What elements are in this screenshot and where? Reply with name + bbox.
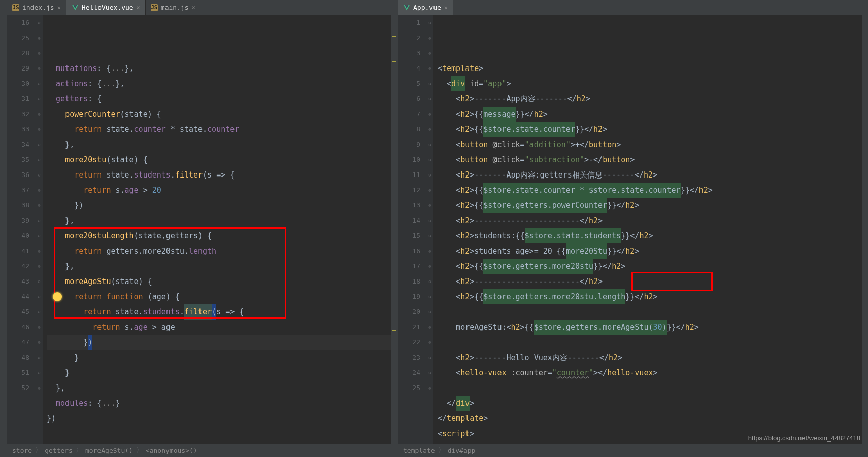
code-line[interactable]: },	[47, 213, 397, 228]
breadcrumb-item[interactable]: moreAgeStu()	[85, 447, 133, 454]
code-line[interactable]: </template>	[438, 411, 868, 426]
fold-handle[interactable]: ⊖	[36, 46, 43, 61]
fold-handle[interactable]: ⊖	[426, 259, 433, 274]
fold-handle[interactable]: ⊖	[36, 304, 43, 320]
left-breadcrumbs[interactable]: store〉getters〉moreAgeStu()〉<anonymous>()	[7, 444, 397, 457]
fold-handle[interactable]: ⊖	[426, 289, 433, 304]
close-icon[interactable]: ×	[444, 4, 448, 11]
fold-handle[interactable]: ⊖	[36, 91, 43, 107]
code-line[interactable]	[438, 335, 868, 350]
code-line[interactable]: <h2>-----------------------</h2>	[438, 213, 868, 228]
fold-handle[interactable]: ⊖	[426, 91, 433, 107]
code-line[interactable]: <h2>-------Hello Vuex内容-------</h2>	[438, 350, 868, 365]
code-line[interactable]: moreAgeStu(state) {	[47, 274, 397, 289]
right-code-area[interactable]: <template> <div id="app"> <h2>-------App…	[433, 15, 868, 444]
code-line[interactable]: <button @click="addition">+</button>	[438, 137, 868, 152]
left-code-area[interactable]: mutations: {...}, actions: {...}, getter…	[43, 15, 397, 444]
fold-handle[interactable]: ⊖	[426, 320, 433, 335]
fold-handle[interactable]: ⊖	[36, 320, 43, 335]
code-line[interactable]: <h2>{{$store.getters.powerCounter}}</h2>	[438, 198, 868, 213]
code-line[interactable]: more20stuLength(state,getters) {	[47, 228, 397, 243]
code-line[interactable]: <template>	[438, 61, 868, 76]
left-sidebar-rail[interactable]	[0, 0, 7, 457]
fold-handle[interactable]: ⊖	[426, 137, 433, 152]
fold-handle[interactable]: ⊖	[426, 335, 433, 350]
close-icon[interactable]: ×	[192, 4, 195, 11]
code-line[interactable]: more20stu(state) {	[47, 152, 397, 167]
fold-handle[interactable]: ⊖	[426, 167, 433, 183]
fold-handle[interactable]: ⊖	[36, 183, 43, 198]
left-editor-area[interactable]: 1625282930313233343536373839404142434445…	[7, 15, 397, 444]
fold-handle[interactable]: ⊖	[36, 167, 43, 183]
fold-handle[interactable]: ⊕	[36, 350, 43, 365]
code-line[interactable]: <h2>{{$store.getters.more20stu}}</h2>	[438, 259, 868, 274]
fold-handle[interactable]: ⊖	[36, 228, 43, 243]
code-line[interactable]: }	[47, 365, 397, 380]
fold-handle[interactable]: ⊖	[426, 243, 433, 259]
code-line[interactable]: mutations: {...},	[47, 61, 397, 76]
right-fold-gutter[interactable]: ⊖⊖⊖⊖⊖⊖⊖⊖⊖⊖⊖⊖⊖⊖⊖⊖⊖⊖⊖⊖⊖⊖⊖⊖⊖	[426, 15, 433, 444]
breadcrumb-item[interactable]: getters	[45, 447, 73, 454]
fold-handle[interactable]: ⊖	[426, 304, 433, 320]
code-line[interactable]: }	[47, 350, 397, 365]
close-icon[interactable]: ×	[57, 4, 61, 11]
breadcrumb-item[interactable]: <anonymous>()	[146, 447, 197, 454]
code-line[interactable]	[438, 380, 868, 396]
fold-handle[interactable]: ⊖	[426, 213, 433, 228]
code-line[interactable]: <h2>{{$store.state.counter}}</h2>	[438, 122, 868, 137]
code-line[interactable]: <h2>students age>= 20 {{more20Stu}}</h2>	[438, 243, 868, 259]
breadcrumb-item[interactable]: store	[12, 447, 32, 454]
tab-index-js[interactable]: JSindex.js×	[7, 0, 66, 15]
fold-handle[interactable]: ⊕	[36, 15, 43, 30]
fold-handle[interactable]: ⊖	[426, 122, 433, 137]
code-line[interactable]: },	[47, 259, 397, 274]
fold-handle[interactable]: ⊖	[36, 335, 43, 350]
intention-bulb-icon[interactable]	[53, 292, 62, 301]
right-scrollbar[interactable]	[862, 15, 868, 444]
fold-handle[interactable]: ⊖	[36, 274, 43, 289]
code-line[interactable]: return getters.more20stu.length	[47, 243, 397, 259]
fold-handle[interactable]: ⊖	[36, 243, 43, 259]
code-line[interactable]: <h2>{{$store.state.counter * $store.stat…	[438, 183, 868, 198]
code-line[interactable]	[438, 304, 868, 320]
code-line[interactable]: return state.students.filter(s => {	[47, 167, 397, 183]
fold-handle[interactable]: ⊖	[36, 380, 43, 396]
code-line[interactable]: <h2>-------App内容-------</h2>	[438, 91, 868, 107]
code-line[interactable]: return state.counter * state.counter	[47, 122, 397, 137]
fold-handle[interactable]: ⊖	[426, 46, 433, 61]
code-line[interactable]: <h2>{{$store.getters.more20stu.length}}<…	[438, 289, 868, 304]
code-line[interactable]: </div>	[438, 396, 868, 411]
fold-handle[interactable]: ⊖	[426, 107, 433, 122]
fold-handle[interactable]: ⊖	[36, 365, 43, 380]
code-line[interactable]: <div id="app">	[438, 76, 868, 91]
fold-handle[interactable]: ⊖	[426, 198, 433, 213]
fold-handle[interactable]: ⊖	[36, 198, 43, 213]
code-line[interactable]	[47, 426, 397, 441]
fold-handle[interactable]: ⊖	[426, 183, 433, 198]
code-line[interactable]: <hello-vuex :counter="counter"></hello-v…	[438, 365, 868, 380]
fold-handle[interactable]: ⊖	[426, 152, 433, 167]
code-line[interactable]: })	[47, 335, 397, 350]
fold-handle[interactable]: ⊖	[426, 380, 433, 396]
fold-handle[interactable]: ⊖	[426, 365, 433, 380]
fold-handle[interactable]: ⊖	[36, 289, 43, 304]
fold-handle[interactable]: ⊕	[36, 30, 43, 46]
right-editor-area[interactable]: 1234567891011121314151617181920212223242…	[398, 15, 868, 444]
fold-handle[interactable]: ⊖	[426, 228, 433, 243]
code-line[interactable]: modules: {...}	[47, 396, 397, 411]
fold-handle[interactable]: ⊖	[426, 274, 433, 289]
code-line[interactable]: <h2>students:{{$store.state.students}}</…	[438, 228, 868, 243]
fold-handle[interactable]: ⊖	[36, 137, 43, 152]
fold-handle[interactable]: ⊖	[36, 107, 43, 122]
tab-App-vue[interactable]: App.vue×	[398, 0, 453, 15]
left-fold-gutter[interactable]: ⊕⊕⊖⊖⊖⊖⊖⊖⊖⊖⊖⊖⊖⊖⊖⊖⊖⊖⊖⊖⊖⊖⊕⊖⊖	[36, 15, 43, 444]
code-line[interactable]: },	[47, 137, 397, 152]
code-line[interactable]: return function (age) {	[47, 289, 397, 304]
code-line[interactable]: return state.students.filter(s => {	[47, 304, 397, 320]
code-line[interactable]: },	[47, 380, 397, 396]
fold-handle[interactable]: ⊖	[36, 61, 43, 76]
code-line[interactable]: <button @click="subtraction">-</button>	[438, 152, 868, 167]
fold-handle[interactable]: ⊖	[36, 259, 43, 274]
fold-handle[interactable]: ⊖	[36, 152, 43, 167]
fold-handle[interactable]: ⊖	[426, 61, 433, 76]
